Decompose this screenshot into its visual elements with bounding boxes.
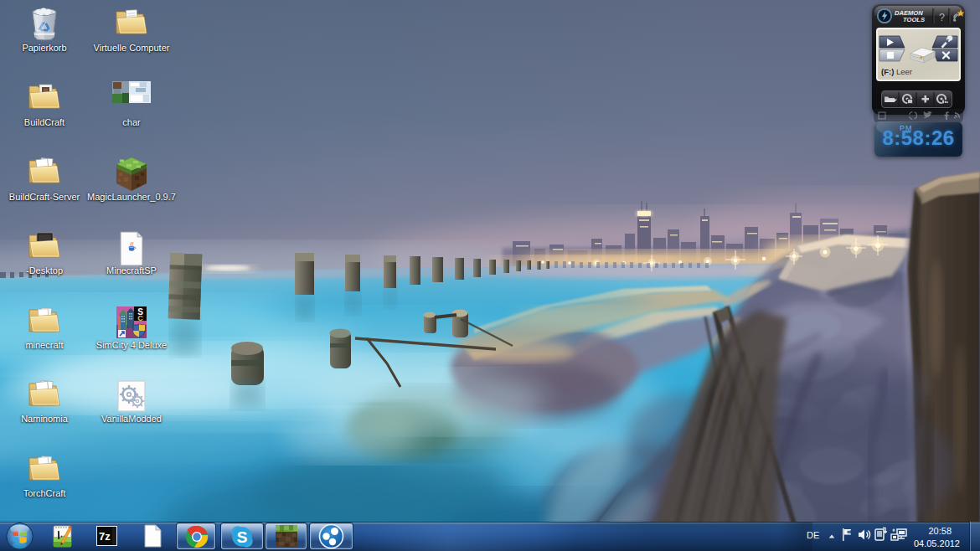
- svg-text:C: C: [137, 314, 143, 322]
- svg-text:Leer: Leer: [896, 67, 912, 76]
- svg-text:(F:): (F:): [881, 67, 894, 76]
- svg-text:7z: 7z: [99, 530, 111, 543]
- svg-text:TOOLS: TOOLS: [903, 16, 925, 23]
- svg-text:S: S: [237, 528, 248, 546]
- svg-text:?: ?: [939, 12, 945, 23]
